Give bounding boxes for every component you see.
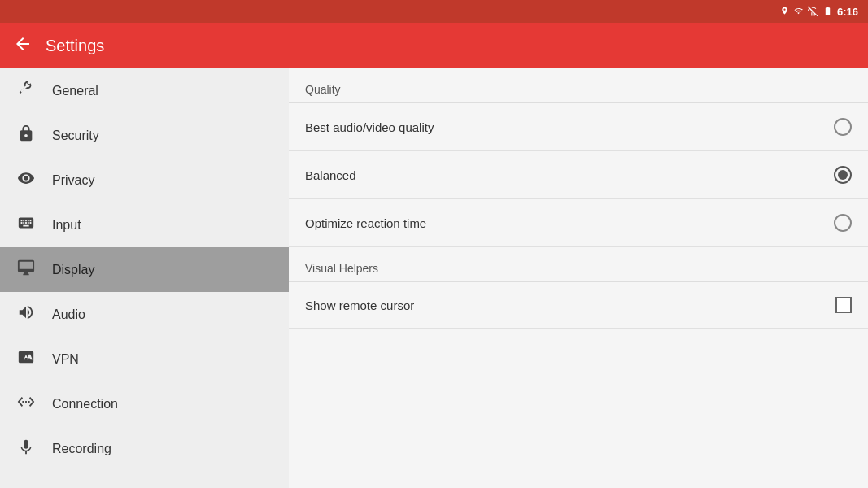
sidebar-item-vpn-label: VPN bbox=[52, 352, 79, 367]
sidebar-item-audio-label: Audio bbox=[52, 307, 85, 322]
status-icons: 6:16 bbox=[780, 5, 858, 18]
sidebar-item-input-label: Input bbox=[52, 218, 81, 233]
recording-icon bbox=[16, 438, 36, 460]
quality-section-header: Quality bbox=[289, 68, 868, 102]
app-bar: Settings bbox=[0, 23, 868, 68]
status-time: 6:16 bbox=[837, 6, 858, 18]
location-icon bbox=[780, 5, 789, 18]
signal-icon bbox=[808, 6, 818, 18]
app-bar-title: Settings bbox=[46, 37, 104, 55]
sidebar-item-display-label: Display bbox=[52, 263, 94, 277]
sidebar-item-general-label: General bbox=[52, 84, 98, 98]
sidebar-item-security-label: Security bbox=[52, 129, 99, 143]
sidebar-item-security[interactable]: Security bbox=[0, 113, 289, 158]
option-row-remote-cursor[interactable]: Show remote cursor bbox=[289, 282, 868, 329]
option-row-optimize[interactable]: Optimize reaction time bbox=[289, 199, 868, 247]
wrench-icon bbox=[16, 80, 36, 102]
vpn-icon bbox=[16, 348, 36, 370]
visual-helpers-section-header: Visual Helpers bbox=[289, 247, 868, 281]
sidebar-item-recording[interactable]: Recording bbox=[0, 426, 289, 471]
option-row-best[interactable]: Best audio/video quality bbox=[289, 103, 868, 151]
eye-icon bbox=[16, 169, 36, 191]
monitor-icon bbox=[16, 259, 36, 281]
sidebar-item-general[interactable]: General bbox=[0, 68, 289, 113]
content-panel: Quality Best audio/video quality Balance… bbox=[289, 68, 868, 488]
sidebar-item-recording-label: Recording bbox=[52, 442, 111, 456]
status-bar: 6:16 bbox=[0, 0, 868, 23]
sidebar-item-vpn[interactable]: VPN bbox=[0, 337, 289, 381]
battery-icon bbox=[822, 6, 833, 18]
option-best-label: Best audio/video quality bbox=[305, 120, 434, 134]
checkbox-remote-cursor[interactable] bbox=[835, 297, 852, 313]
option-row-balanced[interactable]: Balanced bbox=[289, 151, 868, 199]
sidebar-item-input[interactable]: Input bbox=[0, 203, 289, 247]
radio-best[interactable] bbox=[834, 118, 852, 136]
keyboard-icon bbox=[16, 214, 36, 236]
connection-icon bbox=[16, 393, 36, 415]
sidebar-item-privacy-label: Privacy bbox=[52, 173, 94, 188]
sidebar-item-connection[interactable]: Connection bbox=[0, 381, 289, 426]
option-balanced-label: Balanced bbox=[305, 168, 356, 182]
radio-optimize[interactable] bbox=[834, 214, 852, 232]
wifi-icon bbox=[793, 7, 804, 17]
back-button[interactable] bbox=[13, 34, 33, 57]
sidebar-item-audio[interactable]: Audio bbox=[0, 292, 289, 337]
sidebar-item-privacy[interactable]: Privacy bbox=[0, 158, 289, 203]
sidebar-item-display[interactable]: Display bbox=[0, 247, 289, 292]
option-remote-cursor-label: Show remote cursor bbox=[305, 298, 414, 312]
radio-balanced[interactable] bbox=[834, 166, 852, 184]
speaker-icon bbox=[16, 303, 36, 325]
lock-icon bbox=[16, 124, 36, 146]
sidebar: General Security Privacy Input bbox=[0, 68, 289, 488]
main-content: General Security Privacy Input bbox=[0, 68, 868, 488]
sidebar-item-connection-label: Connection bbox=[52, 397, 118, 412]
option-optimize-label: Optimize reaction time bbox=[305, 216, 426, 230]
